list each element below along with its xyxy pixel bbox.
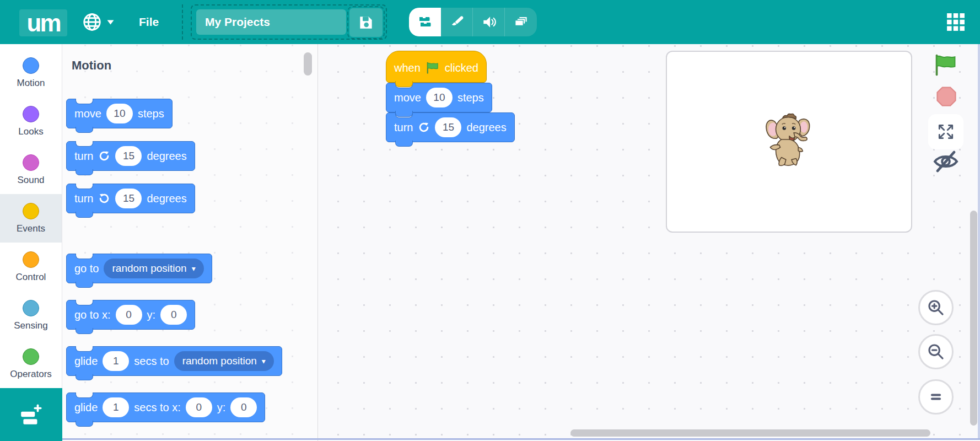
block-label: glide	[74, 401, 98, 414]
tab-sounds[interactable]	[473, 8, 505, 36]
zoom-out-icon	[927, 342, 945, 361]
block-number-input[interactable]: 0	[116, 305, 142, 325]
category-color-circle	[23, 348, 39, 365]
category-sidebar: MotionLooksSoundEventsControlSensingOper…	[0, 44, 62, 441]
blocks-icon	[417, 15, 433, 29]
elephant-sprite[interactable]	[764, 110, 815, 172]
block-number-input[interactable]: 1	[103, 351, 129, 371]
stop-button[interactable]	[936, 87, 956, 109]
tab-costumes[interactable]	[441, 8, 473, 36]
scratch-block[interactable]: whenclicked	[386, 51, 487, 83]
block-dropdown[interactable]: random position▾	[174, 351, 274, 371]
scratch-block[interactable]: move10steps	[66, 99, 173, 128]
block-number-input[interactable]: 0	[186, 397, 212, 417]
eye-slash-icon	[933, 150, 959, 173]
block-number-input[interactable]: 0	[160, 305, 187, 325]
zoom-in-button[interactable]	[918, 290, 954, 325]
app-logo[interactable]: um	[19, 9, 67, 36]
block-number-input[interactable]: 10	[106, 104, 133, 123]
speaker-icon	[481, 14, 497, 30]
category-label: Sound	[17, 175, 44, 186]
category-color-circle	[23, 57, 39, 74]
block-dropdown-value: random position	[182, 355, 257, 367]
sidebar-item-control[interactable]: Control	[0, 243, 62, 291]
chevron-down-icon: ▾	[192, 264, 196, 273]
file-menu[interactable]: File	[139, 0, 159, 44]
sidebar-item-sound[interactable]: Sound	[0, 146, 62, 194]
tab-backdrops[interactable]	[505, 8, 537, 36]
add-extension-button[interactable]	[0, 388, 62, 441]
workspace-bottom-border	[62, 438, 980, 440]
block-label: glide	[74, 355, 98, 368]
project-name-input[interactable]	[196, 9, 346, 35]
block-number-input[interactable]: 1	[103, 397, 129, 417]
app-logo-text: um	[27, 11, 60, 35]
horizontal-scrollbar[interactable]	[570, 429, 930, 437]
category-label: Sensing	[14, 320, 47, 331]
workspace-right-border	[978, 44, 980, 440]
block-label: y:	[217, 401, 226, 414]
block-label: y:	[147, 309, 156, 321]
green-flag-button[interactable]	[934, 54, 958, 78]
green-flag-icon	[934, 54, 958, 76]
block-number-input[interactable]: 0	[230, 397, 257, 417]
block-dropdown[interactable]: random position▾	[104, 259, 203, 278]
scratch-block[interactable]: turn15degrees	[386, 112, 515, 142]
scratch-block[interactable]: go to x:0y:0	[66, 300, 195, 330]
zoom-reset-icon	[927, 388, 945, 406]
block-label: steps	[457, 92, 484, 104]
tab-code[interactable]	[409, 8, 441, 36]
block-number-input[interactable]: 10	[426, 88, 453, 107]
turn-ccw-icon	[98, 192, 110, 205]
editor-tabbar	[409, 8, 537, 36]
sidebar-item-looks[interactable]: Looks	[0, 97, 62, 146]
block-label: go to x:	[74, 309, 111, 321]
fullscreen-button[interactable]	[928, 114, 963, 149]
sidebar-item-operators[interactable]: Operators	[0, 340, 62, 388]
palette-scrollbar[interactable]	[304, 52, 312, 76]
sidebar-item-motion[interactable]: Motion	[0, 49, 62, 97]
green-flag-icon	[426, 61, 440, 74]
block-label: degrees	[147, 150, 186, 163]
category-color-circle	[23, 154, 39, 171]
scratch-block[interactable]: go torandom position▾	[66, 254, 212, 283]
zoom-reset-button[interactable]	[918, 379, 954, 415]
vertical-scrollbar[interactable]	[970, 211, 977, 426]
scratch-block[interactable]: glide1secs to x:0y:0	[66, 392, 265, 422]
language-selector[interactable]	[82, 0, 114, 44]
chevron-down-icon	[107, 20, 114, 25]
block-label: clicked	[445, 62, 478, 74]
block-label: degrees	[147, 192, 186, 205]
zoom-out-button[interactable]	[918, 334, 954, 369]
scratch-block[interactable]: move10steps	[386, 83, 492, 112]
block-label: secs to	[134, 355, 169, 368]
paintbrush-icon	[449, 14, 465, 30]
block-number-input[interactable]: 15	[435, 117, 461, 137]
block-label: turn	[394, 121, 413, 134]
apps-grid-button[interactable]	[946, 12, 966, 32]
block-label: when	[394, 62, 421, 74]
category-label: Control	[16, 272, 46, 283]
app-root: um File	[0, 0, 980, 441]
category-color-circle	[23, 300, 39, 316]
scratch-block[interactable]: glide1secs torandom position▾	[66, 346, 282, 376]
scratch-block[interactable]: turn15degrees	[66, 141, 195, 171]
sidebar-item-events[interactable]: Events	[0, 194, 62, 243]
block-label: steps	[138, 107, 164, 120]
category-list: MotionLooksSoundEventsControlSensingOper…	[0, 44, 62, 388]
sidebar-item-sensing[interactable]: Sensing	[0, 291, 62, 340]
block-number-input[interactable]: 15	[115, 146, 142, 166]
scratch-block[interactable]: turn15degrees	[66, 184, 195, 213]
save-button[interactable]	[349, 8, 383, 37]
block-label: turn	[74, 150, 93, 163]
save-icon	[357, 14, 375, 31]
fullscreen-icon	[937, 123, 955, 141]
block-label: secs to x:	[134, 401, 180, 414]
block-number-input[interactable]: 15	[115, 189, 142, 208]
category-color-circle	[23, 203, 39, 219]
hide-sprite-button[interactable]	[933, 150, 959, 175]
turn-cw-icon	[98, 150, 110, 162]
turn-cw-icon	[418, 121, 430, 133]
block-label: turn	[74, 192, 93, 205]
frames-icon	[513, 14, 529, 30]
